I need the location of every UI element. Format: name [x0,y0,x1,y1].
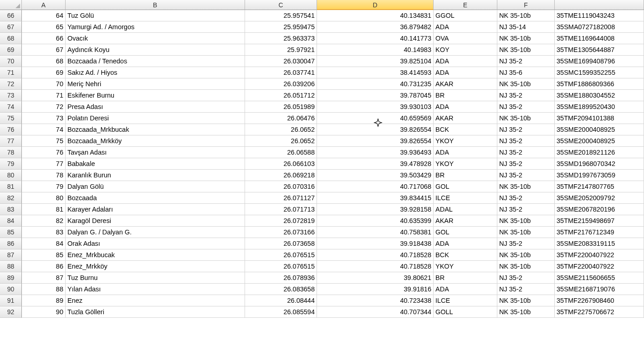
cell[interactable]: 35SME2067820196 [555,204,644,215]
cell[interactable]: NJ 35-2 [497,170,555,181]
cell[interactable]: Yamurgi Ad. / Amorgos [66,21,245,33]
column-header-D[interactable]: D [317,0,434,10]
cell[interactable]: Tuz Burnu [66,272,245,284]
row-header[interactable]: 78 [0,147,22,158]
cell[interactable]: 40.134831 [317,10,434,21]
cell[interactable]: 26.069218 [245,170,317,181]
cell[interactable]: 35TMF2275706672 [555,306,644,318]
cell[interactable]: 39.936493 [317,147,434,158]
row-header[interactable]: 79 [0,158,22,170]
cell[interactable]: 89 [22,295,66,306]
cell[interactable]: 26.078936 [245,272,317,284]
cell[interactable]: 26.039206 [245,78,317,90]
cell[interactable]: 39.80621 [317,272,434,284]
cell[interactable]: 35TMF2176712349 [555,227,644,238]
row-header[interactable]: 83 [0,204,22,215]
column-header-E[interactable]: E [434,0,497,10]
cell[interactable]: 35SME2115606655 [555,272,644,284]
cell[interactable]: ADA [434,67,497,78]
cell[interactable]: 40.141773 [317,33,434,44]
cell[interactable]: 26.037741 [245,67,317,78]
cell[interactable]: GOL [434,181,497,192]
cell[interactable]: 40.723438 [317,295,434,306]
cell[interactable]: 40.707344 [317,306,434,318]
cell[interactable]: Dalyan G. / Dalyan G. [66,227,245,238]
cell[interactable]: NJ 35-2 [497,158,555,170]
cell[interactable]: 26.073166 [245,227,317,238]
cell[interactable]: 72 [22,101,66,113]
cell[interactable]: NK 35-10b [497,215,555,227]
cell[interactable]: 35SMC1599352255 [555,67,644,78]
cell[interactable]: 35SMD1997673059 [555,170,644,181]
cell[interactable]: 69 [22,67,66,78]
cell[interactable]: 40.659569 [317,113,434,124]
cell[interactable]: 25.959475 [245,21,317,33]
cell[interactable]: 40.717068 [317,181,434,192]
cell[interactable]: Babakale [66,158,245,170]
cell[interactable]: Ovacık [66,33,245,44]
cell[interactable]: ILCE [434,192,497,204]
row-header[interactable]: 92 [0,306,22,318]
cell[interactable]: 35SME2083319115 [555,238,644,249]
cell[interactable]: NK 35-10b [497,227,555,238]
row-header[interactable]: 77 [0,135,22,147]
cell[interactable]: Bozcaada_Mrkköy [66,135,245,147]
cell[interactable]: 65 [22,21,66,33]
cell[interactable]: 39.834415 [317,192,434,204]
cell[interactable]: Dalyan Gölü [66,181,245,192]
row-header[interactable]: 91 [0,295,22,306]
cell[interactable]: Karayer Adaları [66,204,245,215]
cell[interactable]: 81 [22,204,66,215]
cell[interactable]: BCK [434,249,497,261]
cell[interactable]: 26.06476 [245,113,317,124]
cell[interactable]: GOL [434,227,497,238]
cell[interactable]: Enez_Mrkbucak [66,249,245,261]
cell[interactable]: 39.503429 [317,170,434,181]
cell[interactable]: ADAL [434,204,497,215]
cell[interactable]: 35TME1169644008 [555,33,644,44]
cell[interactable]: 79 [22,181,66,192]
cell[interactable]: NJ 35-2 [497,147,555,158]
cell[interactable]: ADA [434,56,497,67]
cell[interactable]: 75 [22,135,66,147]
cell[interactable]: Tavşan Adası [66,147,245,158]
cell[interactable]: 66 [22,33,66,44]
cell[interactable]: NJ 35-2 [497,101,555,113]
cell[interactable]: 35SME2018921126 [555,147,644,158]
cell[interactable]: AKAR [434,78,497,90]
cell[interactable]: 25.97921 [245,44,317,56]
cell[interactable]: 35TME1305644887 [555,44,644,56]
row-header[interactable]: 86 [0,238,22,249]
cell[interactable]: NJ 35-2 [497,238,555,249]
cell[interactable]: 26.073658 [245,238,317,249]
cell[interactable]: ADA [434,147,497,158]
cell[interactable]: 25.957541 [245,10,317,21]
row-header[interactable]: 73 [0,90,22,101]
cell[interactable]: Eskifener Burnu [66,90,245,101]
cell[interactable]: KOY [434,44,497,56]
cell[interactable]: 80 [22,192,66,204]
cell[interactable]: Polatın Deresi [66,113,245,124]
cell[interactable]: 26.066103 [245,158,317,170]
cell[interactable]: NJ 35-2 [497,90,555,101]
cell[interactable]: Tuzla Gölleri [66,306,245,318]
cell[interactable]: 40.731235 [317,78,434,90]
cell[interactable]: OVA [434,33,497,44]
row-header[interactable]: 71 [0,67,22,78]
column-header-C[interactable]: C [245,0,317,10]
row-header[interactable]: 89 [0,272,22,284]
cell[interactable]: 35SMD1968070342 [555,158,644,170]
cell[interactable]: 35TMF2267908460 [555,295,644,306]
cell[interactable]: 26.083658 [245,284,317,295]
cell[interactable]: Bozcaada_Mrkbucak [66,124,245,135]
cell[interactable]: 35SME2052009792 [555,192,644,204]
cell[interactable]: 39.825104 [317,56,434,67]
cell[interactable]: NK 35-10b [497,33,555,44]
cell[interactable]: NK 35-10b [497,113,555,124]
row-header[interactable]: 68 [0,33,22,44]
column-header-A[interactable]: A [22,0,66,10]
cell[interactable]: 35SME2168719076 [555,284,644,295]
cell[interactable]: 26.071713 [245,204,317,215]
cell[interactable]: NK 35-10b [497,44,555,56]
cell[interactable]: NK 35-10b [497,306,555,318]
